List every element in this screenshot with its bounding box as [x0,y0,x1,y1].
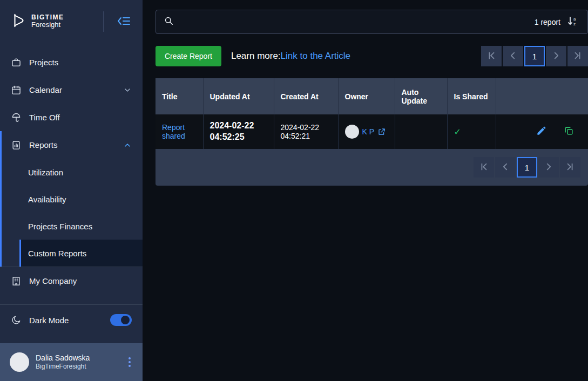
page-number-button[interactable]: 1 [524,46,545,66]
logo-line1: BIGTIME [31,14,64,22]
user-org: BigTimeForesight [36,363,90,371]
sidebar-item-label: Calendar [29,85,62,94]
report-count-label: 1 report [535,18,560,26]
created-at-value: 2024-02-22 04:52:21 [281,123,320,140]
sub-item-label: Projects Finances [28,222,92,231]
sidebar-item-availability[interactable]: Availability [2,186,143,213]
first-page-button[interactable] [474,157,494,178]
sidebar-item-my-company[interactable]: My Company [0,267,143,295]
sub-item-label: Custom Reports [28,249,86,258]
owner-initials: K P [362,127,375,136]
chevron-up-icon [123,141,132,149]
first-page-button[interactable] [481,46,502,66]
previous-page-button[interactable] [495,157,516,178]
last-page-button[interactable] [560,157,580,178]
sidebar-spacer [0,332,143,343]
app-root: BIGTIME Foresight [0,0,588,381]
pagination-bottom: 1 [474,157,580,178]
logo-line2: Foresight [31,21,64,29]
logo-divider [103,11,104,32]
last-page-icon [565,162,575,173]
pencil-icon [536,126,546,138]
sidebar-group-reports: Reports Utilization Availability Project… [0,131,143,267]
logo-text: BIGTIME Foresight [31,14,64,30]
sub-item-label: Utilization [28,168,63,177]
copy-report-button[interactable] [563,125,575,139]
toggle-knob [121,316,130,324]
svg-text:z: z [573,22,576,26]
moon-icon [11,315,22,325]
logo[interactable]: BIGTIME Foresight [11,12,64,31]
learn-more-label: Learn more: [231,51,281,61]
projects-icon [11,57,22,68]
svg-text:a: a [573,17,576,22]
cell-owner: K P [338,114,395,149]
sidebar-item-label: Projects [29,58,58,67]
sidebar-item-time-off[interactable]: Time Off [0,104,143,131]
sidebar-item-label: My Company [29,276,77,285]
sidebar-header: BIGTIME Foresight [0,0,143,43]
sidebar-item-label: Reports [29,140,58,149]
copy-icon [564,126,574,138]
next-page-button[interactable] [546,46,566,66]
pagination-top: 1 [481,46,588,66]
sidebar-item-reports[interactable]: Reports [2,131,143,159]
chevron-down-icon [123,86,132,94]
search-icon [164,16,174,28]
sidebar-item-custom-reports[interactable]: Custom Reports [19,240,143,267]
reports-icon [11,140,22,151]
next-page-icon [544,162,553,173]
previous-page-icon [508,51,518,62]
search-input[interactable] [179,18,529,26]
sidebar: BIGTIME Foresight [0,0,143,381]
previous-page-button[interactable] [503,46,523,66]
cell-title: Report shared [156,114,203,149]
sidebar-item-calendar[interactable]: Calendar [0,76,143,104]
owner-avatar [345,125,359,139]
sidebar-item-projects-finances[interactable]: Projects Finances [2,213,143,240]
column-header-actions [496,78,588,114]
user-card[interactable]: Dalia Sadowska BigTimeForesight [0,343,143,381]
user-menu-kebab-icon[interactable] [126,355,133,369]
dark-mode-label: Dark Mode [29,316,69,325]
dark-mode-row: Dark Mode [0,304,143,332]
user-name: Dalia Sadowska [36,353,90,363]
company-icon [11,276,22,287]
article-link[interactable]: Link to the Article [281,51,350,61]
sidebar-item-projects[interactable]: Projects [0,49,143,76]
sidebar-nav: Projects Calendar [0,49,143,332]
last-page-button[interactable] [567,46,588,66]
sort-az-icon: a z [567,16,579,28]
cell-is-shared: ✓ [447,114,496,149]
sidebar-item-label: Time Off [29,113,60,122]
next-page-button[interactable] [538,157,559,178]
page-number-button[interactable]: 1 [517,157,537,178]
column-header-created-at: Created At [274,78,338,114]
search-bar: 1 report a z [156,10,588,34]
time-off-icon [11,112,22,123]
next-page-icon [551,51,561,62]
bigtime-logo-icon [11,12,27,31]
updated-at-value: 2024-02-22 04:52:25 [210,121,254,141]
calendar-icon [11,85,22,96]
sort-button[interactable]: a z [566,15,580,29]
report-title-link[interactable]: Report shared [162,123,185,140]
dark-mode-toggle[interactable] [110,314,132,326]
create-report-button[interactable]: Create Report [156,46,221,66]
last-page-icon [573,51,583,62]
column-header-is-shared: Is Shared [447,78,496,114]
edit-report-button[interactable] [535,125,548,139]
sidebar-collapse-button[interactable] [114,13,133,30]
column-header-auto-update: Auto Update [395,78,447,114]
learn-more-text: Learn more:Link to the Article [231,51,350,62]
sidebar-item-utilization[interactable]: Utilization [2,159,143,186]
cell-auto-update [395,114,447,149]
user-meta: Dalia Sadowska BigTimeForesight [36,353,90,371]
toolbar: Create Report Learn more:Link to the Art… [156,46,588,66]
main-content: 1 report a z Create Report Learn more:Li… [143,0,588,381]
first-page-icon [479,162,489,173]
external-link-icon[interactable] [377,128,386,136]
table-footer: 1 [156,149,588,186]
check-icon: ✓ [454,127,461,137]
collapse-sidebar-icon [117,20,131,28]
